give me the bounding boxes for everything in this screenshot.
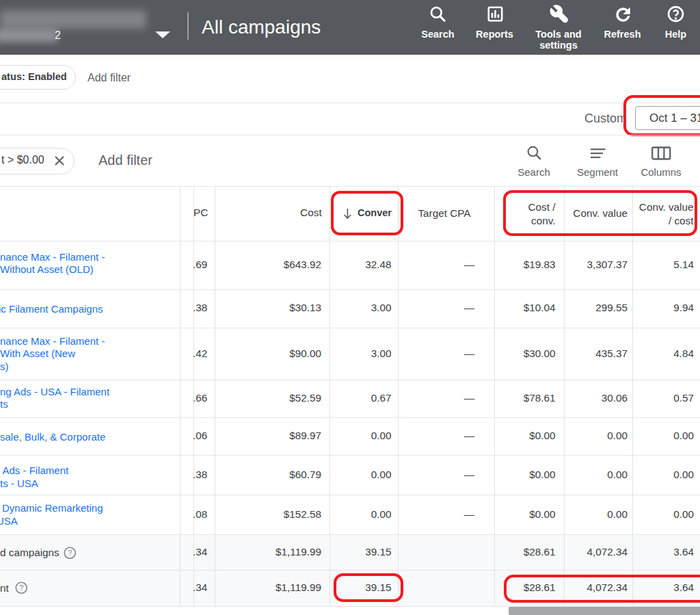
svg-text:?: ? — [19, 584, 23, 592]
svg-text:?: ? — [68, 549, 72, 557]
